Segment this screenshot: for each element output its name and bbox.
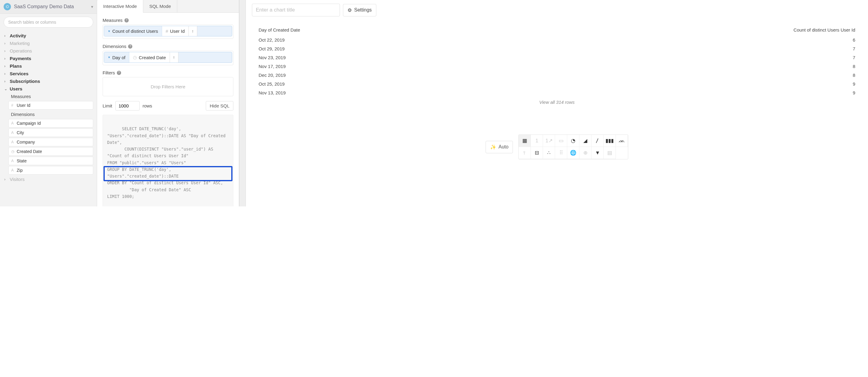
help-icon[interactable]: ?: [117, 71, 121, 75]
field-user-id[interactable]: #User Id: [8, 101, 93, 109]
view-all-rows-link[interactable]: View all 314 rows: [254, 97, 860, 107]
filters-section-label: Filters?: [102, 70, 234, 75]
viz-globe-icon[interactable]: 🌐: [567, 147, 579, 159]
table-marketing[interactable]: ›Marketing: [2, 39, 94, 47]
dimension-pill[interactable]: ▼Day of ◷Created Date ↑: [104, 52, 232, 63]
text-icon: A: [11, 130, 17, 135]
database-name: SaaS Company Demo Data: [14, 4, 91, 9]
tab-interactive-mode[interactable]: Interactive Mode: [97, 0, 143, 13]
limit-label: Limit: [102, 103, 112, 108]
tab-sql-mode[interactable]: SQL Mode: [143, 0, 177, 12]
auto-viz-button[interactable]: ✨ Auto: [486, 141, 513, 153]
chart-title-input[interactable]: [252, 4, 340, 17]
viz-area-icon[interactable]: ◢: [579, 135, 591, 147]
viz-table-icon[interactable]: ▦: [519, 135, 531, 147]
sort-asc-icon[interactable]: ↑: [170, 52, 179, 63]
hide-sql-button[interactable]: Hide SQL: [206, 101, 234, 111]
table-subscriptions[interactable]: ›Subscriptions: [2, 77, 94, 85]
hash-icon: #: [166, 29, 168, 34]
viz-empty: [616, 147, 628, 159]
clock-icon: ◷: [11, 149, 17, 154]
viz-bubble-icon[interactable]: ⠿: [555, 147, 567, 159]
dimensions-heading: Dimensions: [2, 111, 94, 118]
mode-tabs: Interactive Mode SQL Mode: [97, 0, 239, 13]
column-header-date[interactable]: Day of Created Date: [258, 27, 300, 32]
table-activity[interactable]: ›Activity: [2, 32, 94, 39]
hash-icon: #: [11, 103, 17, 107]
table-row: Oct 25, 20199: [254, 80, 860, 88]
measure-pill[interactable]: ▼Count of distinct Users #User Id ↑: [104, 26, 232, 36]
limit-input[interactable]: [115, 101, 140, 111]
text-icon: A: [11, 121, 17, 125]
viz-scatter-icon[interactable]: ∴: [543, 147, 555, 159]
viz-heatmap-icon[interactable]: ▤: [603, 147, 616, 159]
column-header-count[interactable]: Count of distinct Users User Id: [794, 27, 855, 32]
viz-type-grid: ▦ 1 1↗ ▭ ◔ ◢ 〳 ▮▮▮ ᨏ ⫯ ⊟ ∴ ⠿ 🌐 ⊕ ▼ ▤: [518, 134, 628, 159]
help-icon[interactable]: ?: [124, 18, 129, 23]
table-visitors[interactable]: ›Visitors: [2, 176, 94, 183]
table-row: Oct 22, 20196: [254, 35, 860, 44]
text-icon: A: [11, 159, 17, 163]
schema-sidebar: ⌬ SaaS Company Demo Data ▾ ›Activity ›Ma…: [0, 0, 97, 207]
viz-progress-icon[interactable]: ▭: [555, 135, 567, 147]
database-icon: ⌬: [4, 3, 11, 10]
field-city[interactable]: ACity: [8, 128, 93, 137]
viz-bar-icon[interactable]: ▮▮▮: [603, 135, 616, 147]
help-icon[interactable]: ?: [128, 44, 132, 49]
wand-icon: ✨: [490, 144, 496, 150]
table-users[interactable]: ⌄Users: [2, 85, 94, 93]
table-row: Nov 23, 20197: [254, 53, 860, 62]
rows-label: rows: [143, 103, 152, 108]
results-table: Day of Created Date Count of distinct Us…: [254, 24, 860, 107]
tables-tree: ›Activity ›Marketing ›Operations ›Paymen…: [0, 31, 97, 207]
measures-section-label: Measures?: [102, 18, 234, 23]
chevron-down-icon: ▼: [108, 30, 111, 33]
table-operations[interactable]: ›Operations: [2, 47, 94, 55]
sql-preview: SELECT DATE_TRUNC('day', "Users"."create…: [102, 115, 234, 207]
table-row: Oct 29, 20197: [254, 44, 860, 53]
field-zip[interactable]: AZip: [8, 166, 93, 175]
field-company[interactable]: ACompany: [8, 138, 93, 146]
field-created-date[interactable]: ◷Created Date: [8, 147, 93, 156]
filters-drop-zone[interactable]: Drop Filters Here: [102, 77, 234, 96]
viz-spark-icon[interactable]: ᨏ: [616, 135, 628, 147]
chevron-down-icon: ▼: [108, 56, 111, 59]
viz-line-icon[interactable]: 〳: [591, 135, 603, 147]
field-state[interactable]: AState: [8, 157, 93, 165]
field-campaign-id[interactable]: ACampaign Id: [8, 119, 93, 127]
table-row: Nov 17, 20198: [254, 62, 860, 71]
search-input[interactable]: [4, 17, 93, 28]
text-icon: A: [11, 168, 17, 172]
clock-icon: ◷: [133, 55, 137, 60]
measures-heading: Measures: [2, 93, 94, 100]
viz-pie-icon[interactable]: ◔: [567, 135, 579, 147]
viz-trend-icon[interactable]: 1↗: [543, 135, 555, 147]
database-selector[interactable]: ⌬ SaaS Company Demo Data ▾: [0, 0, 97, 14]
viz-bignumber-icon[interactable]: 1: [531, 135, 543, 147]
query-builder-panel: Interactive Mode SQL Mode Measures? ▼Cou…: [97, 0, 239, 207]
settings-button[interactable]: ⚙ Settings: [343, 4, 376, 17]
text-icon: A: [11, 140, 17, 144]
viz-combo-icon[interactable]: ⫯: [519, 147, 531, 159]
viz-boxplot-icon[interactable]: ⊟: [531, 147, 543, 159]
gear-icon: ⚙: [347, 7, 352, 13]
table-row: Dec 20, 20198: [254, 71, 860, 80]
results-panel: ⚙ Settings Day of Created Date Count of …: [246, 0, 868, 207]
dimensions-section-label: Dimensions?: [102, 44, 234, 49]
viz-funnel-icon[interactable]: ▼: [591, 147, 603, 159]
table-row: Nov 13, 20199: [254, 88, 860, 97]
sort-asc-icon[interactable]: ↑: [189, 26, 197, 36]
panel-divider[interactable]: [239, 0, 246, 207]
table-services[interactable]: ›Services: [2, 70, 94, 77]
viz-map-icon[interactable]: ⊕: [579, 147, 591, 159]
table-payments[interactable]: ›Payments: [2, 55, 94, 62]
chevron-down-icon: ▾: [91, 4, 93, 9]
table-plans[interactable]: ›Plans: [2, 62, 94, 70]
